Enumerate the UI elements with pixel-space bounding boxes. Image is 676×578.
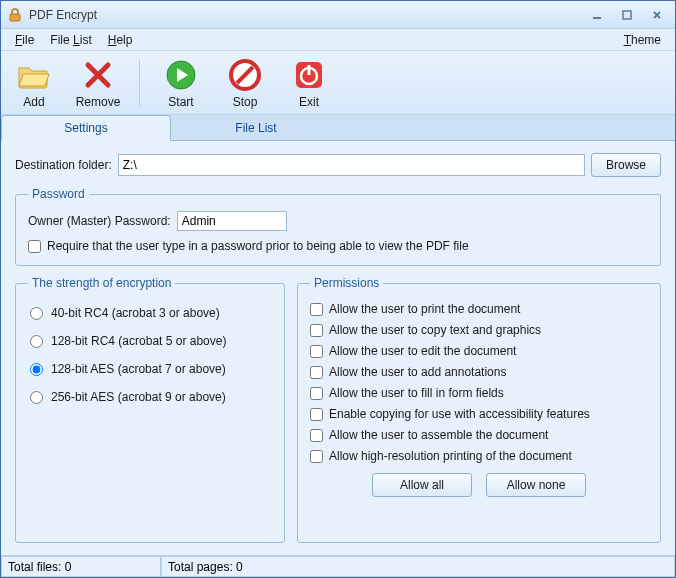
menu-help[interactable]: Help [100,31,141,49]
permissions-legend: Permissions [310,276,383,290]
require-password-checkbox[interactable] [28,240,41,253]
settings-panel: Destination folder: Browse Password Owne… [1,141,675,555]
permission-item: Allow the user to assemble the document [310,428,648,442]
permission-label: Allow the user to assemble the document [329,428,548,442]
permission-item: Allow the user to edit the document [310,344,648,358]
permission-item: Allow the user to fill in form fields [310,386,648,400]
permission-label: Allow the user to copy text and graphics [329,323,541,337]
strength-legend: The strength of encryption [28,276,175,290]
strength-option: 128-bit RC4 (acrobat 5 or above) [30,334,270,348]
strength-option-label: 40-bit RC4 (acrobat 3 or above) [51,306,220,320]
stop-button[interactable]: Stop [220,57,270,109]
x-icon [80,57,116,93]
minimize-button[interactable] [585,6,609,24]
close-button[interactable] [645,6,669,24]
strength-radio[interactable] [30,307,43,320]
app-icon [7,7,23,23]
permission-item: Enable copying for use with accessibilit… [310,407,648,421]
status-total-files: Total files: 0 [1,556,161,577]
strength-option: 128-bit AES (acrobat 7 or above) [30,362,270,376]
permission-label: Allow the user to print the document [329,302,520,316]
permission-label: Allow high-resolution printing of the do… [329,449,572,463]
strength-option-label: 256-bit AES (acrobat 9 or above) [51,390,226,404]
svg-rect-2 [623,11,631,19]
maximize-button[interactable] [615,6,639,24]
start-label: Start [168,95,193,109]
permission-checkbox[interactable] [310,345,323,358]
allow-none-button[interactable]: Allow none [486,473,586,497]
strength-option-label: 128-bit RC4 (acrobat 5 or above) [51,334,226,348]
permission-item: Allow the user to add annotations [310,365,648,379]
start-button[interactable]: Start [156,57,206,109]
power-icon [291,57,327,93]
exit-label: Exit [299,95,319,109]
strength-option: 40-bit RC4 (acrobat 3 or above) [30,306,270,320]
permission-checkbox[interactable] [310,450,323,463]
strength-radio[interactable] [30,391,43,404]
permission-label: Allow the user to fill in form fields [329,386,504,400]
allow-all-button[interactable]: Allow all [372,473,472,497]
password-legend: Password [28,187,89,201]
menu-filelist[interactable]: File List [42,31,99,49]
permission-item: Allow high-resolution printing of the do… [310,449,648,463]
permission-item: Allow the user to print the document [310,302,648,316]
permission-label: Enable copying for use with accessibilit… [329,407,590,421]
add-button[interactable]: Add [9,57,59,109]
permissions-group: Permissions Allow the user to print the … [297,276,661,543]
statusbar: Total files: 0 Total pages: 0 [1,555,675,577]
remove-label: Remove [76,95,121,109]
menubar: File File List Help Theme [1,29,675,51]
stop-label: Stop [233,95,258,109]
toolbar-separator [139,59,140,107]
strength-option-label: 128-bit AES (acrobat 7 or above) [51,362,226,376]
svg-rect-0 [10,14,20,21]
play-icon [163,57,199,93]
add-label: Add [23,95,44,109]
window-title: PDF Encrypt [29,8,579,22]
remove-button[interactable]: Remove [73,57,123,109]
destination-label: Destination folder: [15,158,112,172]
destination-row: Destination folder: Browse [15,153,661,177]
titlebar: PDF Encrypt [1,1,675,29]
menu-file[interactable]: File [7,31,42,49]
app-window: PDF Encrypt File File List Help Theme Ad… [0,0,676,578]
owner-password-input[interactable] [177,211,287,231]
permission-checkbox[interactable] [310,366,323,379]
exit-button[interactable]: Exit [284,57,334,109]
permission-label: Allow the user to edit the document [329,344,516,358]
menu-theme[interactable]: Theme [616,31,669,49]
tab-strip: Settings File List [1,115,675,141]
browse-button[interactable]: Browse [591,153,661,177]
tab-filelist[interactable]: File List [171,115,341,140]
strength-radio[interactable] [30,363,43,376]
permission-checkbox[interactable] [310,408,323,421]
status-total-pages: Total pages: 0 [161,556,675,577]
permission-label: Allow the user to add annotations [329,365,506,379]
strength-option: 256-bit AES (acrobat 9 or above) [30,390,270,404]
permission-checkbox[interactable] [310,303,323,316]
strength-group: The strength of encryption 40-bit RC4 (a… [15,276,285,543]
toolbar: Add Remove Start Stop Exit [1,51,675,115]
owner-password-label: Owner (Master) Password: [28,214,171,228]
permission-checkbox[interactable] [310,324,323,337]
password-group: Password Owner (Master) Password: Requir… [15,187,661,266]
folder-open-icon [16,57,52,93]
require-password-label: Require that the user type in a password… [47,239,469,253]
permission-checkbox[interactable] [310,387,323,400]
tab-settings[interactable]: Settings [1,115,171,141]
permission-item: Allow the user to copy text and graphics [310,323,648,337]
strength-radio[interactable] [30,335,43,348]
destination-input[interactable] [118,154,585,176]
stop-icon [227,57,263,93]
permission-checkbox[interactable] [310,429,323,442]
